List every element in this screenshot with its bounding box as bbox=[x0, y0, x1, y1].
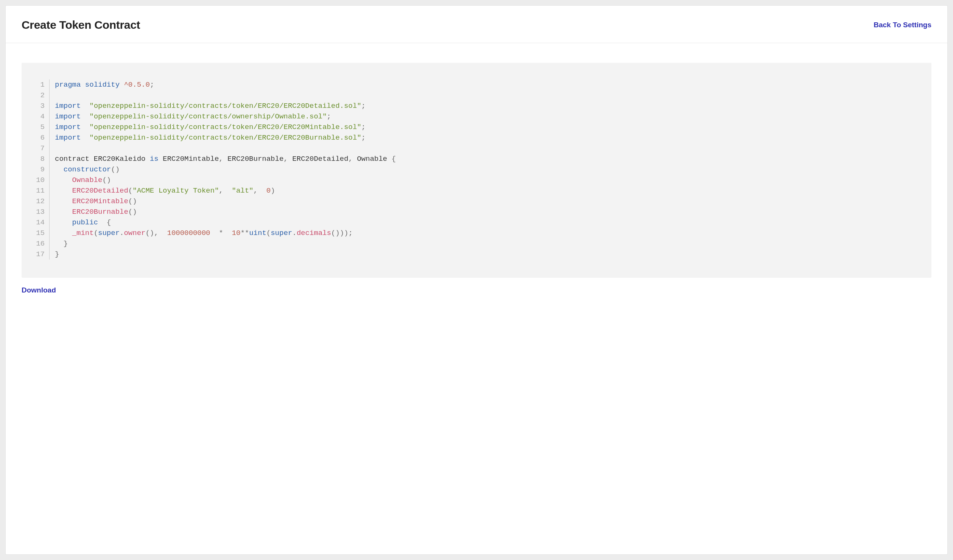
code-token: uint bbox=[249, 229, 266, 237]
code-token: owner bbox=[124, 229, 145, 237]
card-header: Create Token Contract Back To Settings bbox=[6, 6, 947, 43]
code-token: import bbox=[55, 134, 81, 142]
code-token: . bbox=[292, 229, 296, 237]
code-line: public { bbox=[50, 217, 111, 228]
line-number: 16 bbox=[33, 238, 50, 249]
code-token bbox=[81, 81, 85, 89]
line-number: 9 bbox=[33, 164, 50, 175]
code-row: 14 public { bbox=[33, 217, 916, 228]
code-token: "openzeppelin-solidity/contracts/token/E… bbox=[89, 102, 361, 110]
back-to-settings-link[interactable]: Back To Settings bbox=[874, 21, 931, 29]
code-row: 11 ERC20Detailed("ACME Loyalty Token", "… bbox=[33, 185, 916, 196]
code-token: ERC20Detailed bbox=[288, 155, 349, 163]
code-token: super bbox=[271, 229, 292, 237]
code-row: 13 ERC20Burnable() bbox=[33, 207, 916, 217]
code-token bbox=[55, 240, 64, 248]
line-number: 3 bbox=[33, 101, 50, 111]
line-number: 10 bbox=[33, 175, 50, 185]
code-line: } bbox=[50, 238, 68, 249]
code-token: _mint bbox=[72, 229, 94, 237]
code-token: ; bbox=[361, 123, 366, 131]
code-token: decimals bbox=[297, 229, 331, 237]
code-token: import bbox=[55, 112, 81, 121]
code-token: "alt" bbox=[232, 187, 254, 195]
line-number: 11 bbox=[33, 185, 50, 196]
code-row: 15 _mint(super.owner(), 1000000000 * 10*… bbox=[33, 228, 916, 238]
code-token: contract ERC20Kaleido bbox=[55, 155, 150, 163]
line-number: 12 bbox=[33, 196, 50, 207]
code-token: Ownable bbox=[72, 176, 103, 184]
code-row: 4import "openzeppelin-solidity/contracts… bbox=[33, 111, 916, 122]
code-line: contract ERC20Kaleido is ERC20Mintable, … bbox=[50, 154, 396, 164]
code-line: import "openzeppelin-solidity/contracts/… bbox=[50, 101, 366, 111]
code-token: , bbox=[283, 155, 288, 163]
page-title: Create Token Contract bbox=[22, 19, 140, 31]
code-token bbox=[210, 229, 219, 237]
code-token: ( bbox=[128, 187, 132, 195]
code-token: Ownable bbox=[353, 155, 392, 163]
code-token: super bbox=[98, 229, 120, 237]
code-token: * bbox=[219, 229, 223, 237]
code-line: Ownable() bbox=[50, 175, 111, 185]
code-token: 10 bbox=[232, 229, 241, 237]
code-line: ERC20Mintable() bbox=[50, 196, 137, 207]
line-number: 13 bbox=[33, 207, 50, 217]
code-line: } bbox=[50, 249, 59, 260]
code-row: 16 } bbox=[33, 238, 916, 249]
code-token bbox=[81, 102, 89, 110]
code-line bbox=[50, 90, 59, 101]
contract-card: Create Token Contract Back To Settings 1… bbox=[5, 5, 948, 555]
code-line: import "openzeppelin-solidity/contracts/… bbox=[50, 111, 331, 122]
code-token bbox=[55, 229, 72, 237]
code-token: , bbox=[254, 187, 258, 195]
code-token: 1000000000 bbox=[167, 229, 210, 237]
line-number: 4 bbox=[33, 111, 50, 122]
code-token: 0 bbox=[266, 187, 271, 195]
code-token bbox=[55, 197, 72, 205]
code-token: constructor bbox=[64, 165, 111, 174]
code-row: 9 constructor() bbox=[33, 164, 916, 175]
code-token: , bbox=[348, 155, 352, 163]
code-token: pragma bbox=[55, 81, 81, 89]
code-row: 2 bbox=[33, 90, 916, 101]
code-line: _mint(super.owner(), 1000000000 * 10**ui… bbox=[50, 228, 353, 238]
code-row: 10 Ownable() bbox=[33, 175, 916, 185]
download-link[interactable]: Download bbox=[22, 286, 56, 294]
line-number: 5 bbox=[33, 122, 50, 132]
code-token: ERC20Burnable bbox=[72, 208, 128, 216]
code-token: import bbox=[55, 123, 81, 131]
code-token: solidity bbox=[85, 81, 120, 89]
code-token: { bbox=[107, 218, 111, 227]
code-token: ; bbox=[150, 81, 154, 89]
code-token: ( bbox=[266, 229, 271, 237]
code-line: import "openzeppelin-solidity/contracts/… bbox=[50, 122, 366, 132]
code-token: ERC20Burnable bbox=[223, 155, 284, 163]
code-token bbox=[98, 218, 107, 227]
code-token: () bbox=[128, 208, 137, 216]
code-token: "openzeppelin-solidity/contracts/token/E… bbox=[89, 134, 361, 142]
line-number: 14 bbox=[33, 217, 50, 228]
code-token bbox=[55, 165, 64, 174]
code-line: pragma solidity ^0.5.0; bbox=[50, 79, 154, 90]
line-number: 7 bbox=[33, 143, 50, 154]
code-token: } bbox=[55, 250, 59, 258]
code-token: ; bbox=[327, 112, 331, 121]
code-token: ; bbox=[361, 134, 366, 142]
code-token bbox=[81, 134, 89, 142]
code-line: import "openzeppelin-solidity/contracts/… bbox=[50, 132, 366, 143]
code-token bbox=[223, 229, 232, 237]
code-token: (), bbox=[145, 229, 158, 237]
code-token: ^0.5.0 bbox=[124, 81, 149, 89]
code-token bbox=[120, 81, 124, 89]
code-token: , bbox=[219, 155, 223, 163]
card-body: 1pragma solidity ^0.5.0;2 3import "openz… bbox=[6, 43, 947, 554]
code-token bbox=[55, 208, 72, 216]
line-number: 17 bbox=[33, 249, 50, 260]
code-token bbox=[81, 112, 89, 121]
code-token: ( bbox=[94, 229, 98, 237]
code-token: is bbox=[150, 155, 159, 163]
line-number: 2 bbox=[33, 90, 50, 101]
code-line bbox=[50, 143, 59, 154]
code-row: 6import "openzeppelin-solidity/contracts… bbox=[33, 132, 916, 143]
code-token bbox=[159, 229, 167, 237]
